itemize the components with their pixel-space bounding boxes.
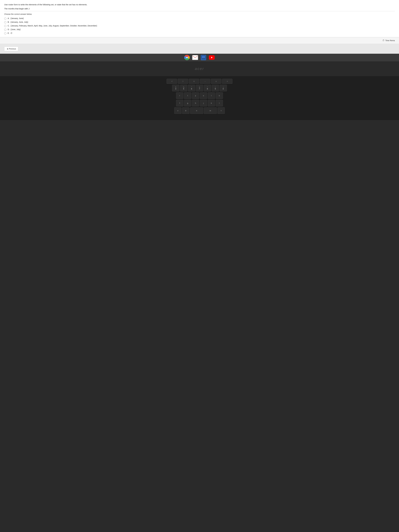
key-label: ☐	[182, 81, 184, 82]
chrome-svg	[184, 55, 190, 60]
key-h[interactable]: h	[192, 100, 199, 107]
answer-options: A. {January, June} B. {January, June, Ju…	[4, 17, 395, 34]
youtube-svg	[210, 56, 213, 59]
finder-svg	[202, 56, 205, 59]
laptop-body: acer ↺ ☐ ⊟ ○ ◎ ※ $ 4 % 5 ^ 6	[0, 61, 399, 532]
key-label: ※	[227, 81, 228, 82]
key-multiwindow[interactable]: ⊟	[189, 79, 199, 84]
svg-rect-6	[202, 59, 205, 59]
svg-rect-5	[202, 56, 205, 58]
key-b[interactable]: b	[182, 107, 190, 114]
option-E[interactable]: E. ∅	[4, 32, 395, 34]
option-B-label: B. {January, June, July}	[8, 21, 28, 23]
key-u[interactable]: u	[200, 92, 207, 99]
choose-text: Choose the correct answer below.	[4, 13, 395, 15]
key-y[interactable]: y	[192, 92, 199, 99]
key-label: f	[179, 102, 180, 104]
key-bottom: 8	[207, 88, 208, 90]
key-9[interactable]: ( 9	[212, 85, 219, 92]
key-bottom: 5	[183, 88, 184, 90]
svg-rect-3	[192, 55, 198, 60]
key-label: r	[179, 95, 180, 97]
key-bottom: 7	[199, 88, 200, 90]
option-A[interactable]: A. {January, June}	[4, 17, 395, 20]
key-r[interactable]: r	[176, 92, 184, 99]
browser-area: Use roster form to write the elements of…	[0, 0, 399, 54]
keyboard-area: ↺ ☐ ⊟ ○ ◎ ※ $ 4 % 5 ^ 6 & 7	[0, 76, 399, 120]
finder-icon[interactable]	[201, 55, 206, 60]
key-f[interactable]: f	[176, 100, 184, 107]
key-label: ◎	[215, 81, 217, 82]
key-g[interactable]: g	[184, 100, 191, 107]
key-7[interactable]: & 7	[196, 85, 203, 92]
previous-button[interactable]: ◄ Previous	[4, 47, 18, 51]
key-bottom: 6	[191, 88, 192, 90]
quiz-container: Use roster form to write the elements of…	[0, 0, 399, 37]
time-remaining-bar: ⏱ Time Rema	[0, 37, 399, 44]
key-v[interactable]: v	[174, 107, 182, 114]
svg-marker-7	[211, 57, 213, 58]
key-label: o	[219, 95, 220, 97]
key-0[interactable]: ) 0	[220, 85, 227, 92]
key-brightness-up[interactable]: ◎	[211, 79, 222, 84]
key-bottom: 4	[175, 88, 176, 90]
key-m[interactable]: m	[204, 107, 217, 114]
question-instruction: Use roster form to write the elements of…	[4, 3, 395, 6]
key-label: g	[187, 102, 188, 104]
key-l[interactable]: l	[215, 100, 223, 107]
key-k[interactable]: k	[208, 100, 215, 107]
key-label: l	[219, 102, 220, 104]
key-label: b	[185, 110, 186, 112]
key-bottom: 0	[223, 88, 224, 90]
key-4[interactable]: $ 4	[172, 85, 179, 92]
key-5[interactable]: % 5	[180, 85, 187, 92]
home-letter-row: f g h j k l	[1, 100, 398, 107]
option-D-label: D. {June, July}	[8, 28, 21, 31]
key-8[interactable]: * 8	[204, 85, 211, 92]
key-o[interactable]: o	[215, 92, 223, 99]
divider	[4, 11, 395, 11]
key-refresh[interactable]: ↺	[166, 79, 177, 84]
radio-A[interactable]	[4, 18, 6, 20]
key-label: ○	[205, 81, 206, 82]
mail-icon[interactable]	[192, 55, 198, 60]
radio-E[interactable]	[4, 32, 6, 34]
key-t[interactable]: t	[184, 92, 191, 99]
key-label: m	[210, 110, 211, 112]
key-bottom: 9	[215, 88, 216, 90]
radio-B[interactable]	[4, 21, 6, 23]
mail-svg	[192, 55, 198, 60]
radio-C[interactable]	[4, 25, 6, 27]
key-label: y	[195, 95, 196, 97]
radio-D[interactable]	[4, 29, 6, 31]
key-window[interactable]: ☐	[177, 79, 188, 84]
option-D[interactable]: D. {June, July}	[4, 28, 395, 31]
key-label: ⊟	[193, 81, 195, 82]
option-C[interactable]: C. {January, February, March, April, May…	[4, 25, 395, 27]
key-j[interactable]: j	[200, 100, 207, 107]
chrome-icon[interactable]	[184, 55, 190, 60]
option-A-label: A. {January, June}	[8, 17, 24, 19]
key-n[interactable]: n	[190, 107, 203, 114]
key-6[interactable]: ^ 6	[188, 85, 195, 92]
navigation-bar: ◄ Previous	[0, 44, 399, 54]
key-label: i	[211, 95, 212, 97]
bottom-letter-row: v b n m <	[1, 107, 398, 114]
option-B[interactable]: B. {January, June, July}	[4, 21, 395, 23]
youtube-icon[interactable]	[209, 55, 215, 60]
time-remaining-text: Time Rema	[385, 39, 395, 42]
key-label: u	[203, 95, 204, 97]
fn-row: ↺ ☐ ⊟ ○ ◎ ※	[1, 79, 398, 84]
key-i[interactable]: i	[208, 92, 215, 99]
key-brightness-down[interactable]: ○	[200, 79, 210, 84]
acer-logo: acer	[195, 67, 204, 71]
option-E-label: E. ∅	[8, 32, 12, 34]
key-less-than[interactable]: <	[217, 107, 225, 114]
key-label: ↺	[171, 81, 172, 82]
key-mute[interactable]: ※	[222, 79, 233, 84]
key-label: k	[211, 102, 212, 104]
key-label: <	[221, 110, 222, 112]
key-label: j	[203, 102, 204, 104]
key-label: n	[196, 110, 197, 112]
svg-point-2	[186, 57, 188, 58]
